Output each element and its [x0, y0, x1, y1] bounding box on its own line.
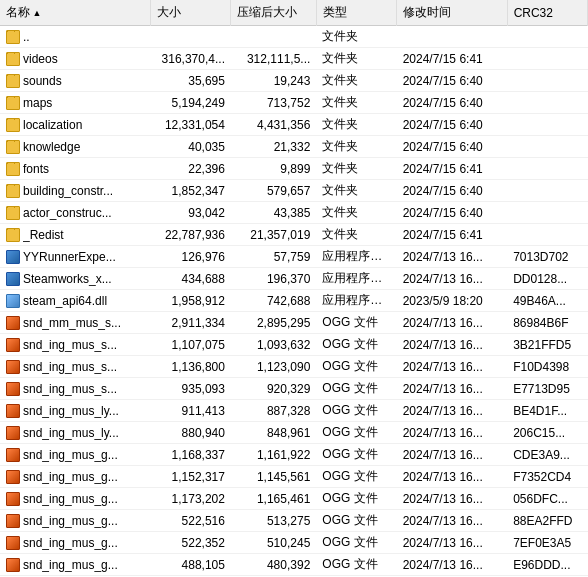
file-name: snd_ing_mus_g...	[23, 492, 118, 506]
file-name: snd_mm_mus_s...	[23, 316, 121, 330]
cell-modified: 2024/7/13 16...	[397, 356, 507, 378]
folder-icon	[6, 30, 20, 44]
table-row[interactable]: snd_ing_mus_g... 522,516 513,275 OGG 文件 …	[0, 510, 588, 532]
cell-name: snd_ing_mus_ly...	[0, 400, 151, 422]
file-name: snd_ing_mus_s...	[23, 360, 117, 374]
cell-type: OGG 文件	[316, 378, 396, 400]
dll-icon	[6, 294, 20, 308]
cell-compressed: 579,657	[231, 180, 316, 202]
file-name: snd_ing_mus_g...	[23, 514, 118, 528]
cell-type: 文件夹	[316, 202, 396, 224]
cell-modified: 2024/7/13 16...	[397, 378, 507, 400]
col-header-name[interactable]: 名称	[0, 0, 151, 26]
cell-crc: 86984B6F	[507, 312, 587, 334]
cell-crc	[507, 114, 587, 136]
file-name: snd_ing_mus_s...	[23, 338, 117, 352]
cell-size: 35,695	[151, 70, 231, 92]
cell-type: OGG 文件	[316, 312, 396, 334]
col-header-size[interactable]: 大小	[151, 0, 231, 26]
cell-type: OGG 文件	[316, 400, 396, 422]
table-row[interactable]: actor_construc... 93,042 43,385 文件夹 2024…	[0, 202, 588, 224]
cell-size	[151, 26, 231, 48]
cell-size: 1,136,800	[151, 356, 231, 378]
cell-compressed: 312,111,5...	[231, 48, 316, 70]
table-row[interactable]: snd_ing_mus_g... 1,173,202 1,165,461 OGG…	[0, 488, 588, 510]
table-row[interactable]: building_constr... 1,852,347 579,657 文件夹…	[0, 180, 588, 202]
cell-crc	[507, 26, 587, 48]
file-name: maps	[23, 96, 52, 110]
cell-compressed: 1,165,461	[231, 488, 316, 510]
cell-compressed: 1,093,632	[231, 334, 316, 356]
file-name: snd_ing_mus_ly...	[23, 426, 119, 440]
cell-size: 40,035	[151, 136, 231, 158]
table-row[interactable]: snd_mm_mus_s... 2,911,334 2,895,295 OGG …	[0, 312, 588, 334]
cell-crc	[507, 48, 587, 70]
cell-crc: 206C15...	[507, 422, 587, 444]
table-row[interactable]: YYRunnerExpe... 126,976 57,759 应用程序扩展 20…	[0, 246, 588, 268]
cell-name: snd_ing_mus_g...	[0, 444, 151, 466]
cell-name: snd_ing_mus_g...	[0, 466, 151, 488]
col-header-crc[interactable]: CRC32	[507, 0, 587, 26]
col-header-compressed[interactable]: 压缩后大小	[231, 0, 316, 26]
ogg-icon	[6, 360, 20, 374]
ogg-icon	[6, 404, 20, 418]
cell-crc: CDE3A9...	[507, 444, 587, 466]
cell-name: snd_ing_mus_ly...	[0, 422, 151, 444]
table-row[interactable]: videos 316,370,4... 312,111,5... 文件夹 202…	[0, 48, 588, 70]
cell-name: snd_ing_mus_g...	[0, 510, 151, 532]
cell-name: ..	[0, 26, 151, 48]
table-row[interactable]: Steamworks_x... 434,688 196,370 应用程序扩展 2…	[0, 268, 588, 290]
cell-size: 1,173,202	[151, 488, 231, 510]
file-name: videos	[23, 52, 58, 66]
cell-type: 应用程序扩展	[316, 268, 396, 290]
folder-icon	[6, 96, 20, 110]
table-row[interactable]: snd_ing_mus_s... 1,136,800 1,123,090 OGG…	[0, 356, 588, 378]
ogg-icon	[6, 448, 20, 462]
table-row[interactable]: .. 文件夹	[0, 26, 588, 48]
cell-crc: F10D4398	[507, 356, 587, 378]
cell-crc: 7EF0E3A5	[507, 532, 587, 554]
table-row[interactable]: steam_api64.dll 1,958,912 742,688 应用程序扩展…	[0, 290, 588, 312]
file-name: YYRunnerExpe...	[23, 250, 116, 264]
cell-name: snd_ing_mus_s...	[0, 356, 151, 378]
file-name: snd_ing_mus_g...	[23, 470, 118, 484]
table-row[interactable]: fonts 22,396 9,899 文件夹 2024/7/15 6:41	[0, 158, 588, 180]
cell-type: OGG 文件	[316, 488, 396, 510]
cell-crc	[507, 136, 587, 158]
cell-modified: 2024/7/13 16...	[397, 400, 507, 422]
ogg-icon	[6, 426, 20, 440]
table-row[interactable]: maps 5,194,249 713,752 文件夹 2024/7/15 6:4…	[0, 92, 588, 114]
table-row[interactable]: snd_ing_mus_g... 488,105 480,392 OGG 文件 …	[0, 554, 588, 576]
table-row[interactable]: snd_ing_mus_g... 1,152,317 1,145,561 OGG…	[0, 466, 588, 488]
cell-modified: 2024/7/15 6:41	[397, 48, 507, 70]
cell-compressed: 887,328	[231, 400, 316, 422]
table-row[interactable]: snd_ing_mus_g... 1,168,337 1,161,922 OGG…	[0, 444, 588, 466]
table-row[interactable]: localization 12,331,054 4,431,356 文件夹 20…	[0, 114, 588, 136]
table-row[interactable]: snd_ing_mus_g... 522,352 510,245 OGG 文件 …	[0, 532, 588, 554]
cell-crc: DD0128...	[507, 268, 587, 290]
cell-type: OGG 文件	[316, 444, 396, 466]
file-name: fonts	[23, 162, 49, 176]
ogg-icon	[6, 558, 20, 572]
file-name: localization	[23, 118, 82, 132]
cell-size: 1,852,347	[151, 180, 231, 202]
folder-icon	[6, 52, 20, 66]
file-name: building_constr...	[23, 184, 113, 198]
cell-type: 应用程序扩展	[316, 246, 396, 268]
table-row[interactable]: _Redist 22,787,936 21,357,019 文件夹 2024/7…	[0, 224, 588, 246]
cell-modified: 2024/7/15 6:40	[397, 180, 507, 202]
table-row[interactable]: knowledge 40,035 21,332 文件夹 2024/7/15 6:…	[0, 136, 588, 158]
table-row[interactable]: snd_ing_mus_s... 1,107,075 1,093,632 OGG…	[0, 334, 588, 356]
table-row[interactable]: snd_ing_mus_ly... 880,940 848,961 OGG 文件…	[0, 422, 588, 444]
cell-modified: 2024/7/13 16...	[397, 466, 507, 488]
cell-size: 22,787,936	[151, 224, 231, 246]
col-header-modified[interactable]: 修改时间	[397, 0, 507, 26]
file-name: snd_ing_mus_s...	[23, 382, 117, 396]
table-row[interactable]: snd_ing_mus_s... 935,093 920,329 OGG 文件 …	[0, 378, 588, 400]
table-row[interactable]: sounds 35,695 19,243 文件夹 2024/7/15 6:40	[0, 70, 588, 92]
col-header-type[interactable]: 类型	[316, 0, 396, 26]
cell-compressed: 742,688	[231, 290, 316, 312]
ogg-icon	[6, 514, 20, 528]
table-row[interactable]: snd_ing_mus_ly... 911,413 887,328 OGG 文件…	[0, 400, 588, 422]
cell-type: OGG 文件	[316, 466, 396, 488]
